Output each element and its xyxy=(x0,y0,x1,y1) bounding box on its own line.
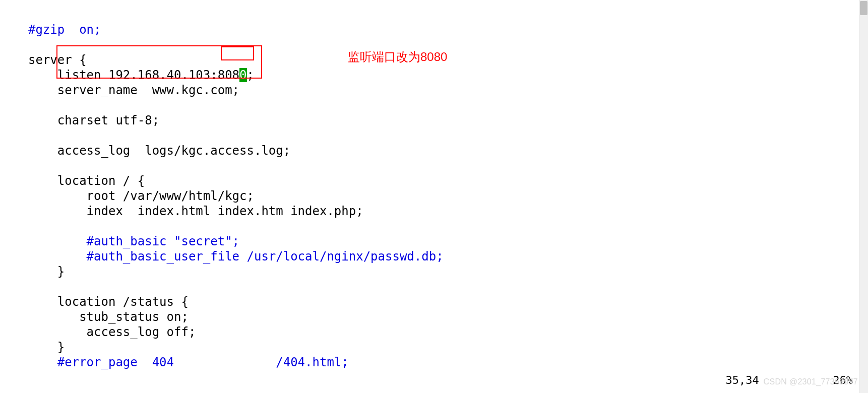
code-line: server { xyxy=(28,53,87,67)
index-directive: index index.html index.htm index.php; xyxy=(87,204,363,218)
listen-directive: listen 192.168.40.103: xyxy=(57,68,218,82)
scrollbar-thumb[interactable] xyxy=(860,1,867,15)
block-close: } xyxy=(57,340,65,354)
location-block: location / { xyxy=(57,174,145,188)
location-status-block: location /status { xyxy=(57,295,189,309)
code-text: ; xyxy=(247,68,254,82)
scroll-percentage: 26% xyxy=(833,373,853,387)
server-name-directive: server_name www.kgc.com; xyxy=(57,83,239,97)
text-cursor: 0 xyxy=(239,68,246,82)
access-log-off: access_log off; xyxy=(87,325,196,339)
annotation-text: 监听端口改为8080 xyxy=(348,49,447,64)
access-log-directive: access_log logs/kgc.access.log; xyxy=(57,144,290,158)
error-page-comment: #error_page 404 /404.html; xyxy=(57,355,349,369)
code-line: #gzip on; xyxy=(28,23,101,37)
block-close: } xyxy=(57,265,65,279)
scrollbar-track[interactable] xyxy=(859,0,868,393)
root-directive: root /var/www/html/kgc; xyxy=(87,189,254,203)
vim-status-bar: 35,34 26% xyxy=(726,373,853,387)
cursor-position: 35,34 xyxy=(726,373,759,387)
code-comment: #auth_basic_user_file /usr/local/nginx/p… xyxy=(87,249,444,264)
charset-directive: charset utf-8; xyxy=(57,113,159,127)
code-comment: #auth_basic "secret"; xyxy=(87,234,239,248)
stub-status-directive: stub_status on; xyxy=(79,310,189,324)
port-prefix: 808 xyxy=(218,68,239,82)
